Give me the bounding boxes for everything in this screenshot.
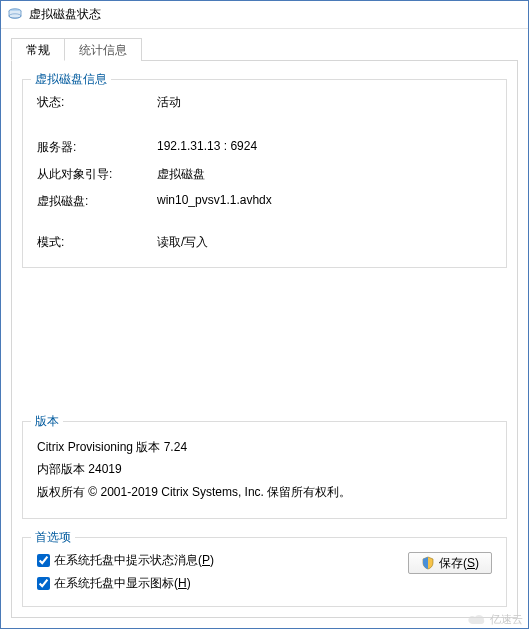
label-status: 状态: (37, 94, 157, 111)
checkbox-tray-icon-input[interactable] (37, 577, 50, 590)
watermark: 亿速云 (466, 612, 523, 627)
version-product: Citrix Provisioning 版本 7.24 (37, 436, 492, 459)
preferences-checkboxes: 在系统托盘中提示状态消息(P) 在系统托盘中显示图标(H) (37, 552, 400, 592)
label-server: 服务器: (37, 139, 157, 156)
version-copyright: 版权所有 © 2001-2019 Citrix Systems, Inc. 保留… (37, 481, 492, 504)
version-build: 内部版本 24019 (37, 458, 492, 481)
group-vdisk-info-title: 虚拟磁盘信息 (31, 71, 111, 88)
checkbox-tray-prompt-input[interactable] (37, 554, 50, 567)
group-version-title: 版本 (31, 413, 63, 430)
value-mode: 读取/写入 (157, 234, 492, 251)
label-vdisk: 虚拟磁盘: (37, 193, 157, 210)
tab-statistics[interactable]: 统计信息 (64, 38, 142, 61)
label-mode: 模式: (37, 234, 157, 251)
titlebar[interactable]: 虚拟磁盘状态 (1, 1, 528, 29)
checkbox-tray-prompt-label: 在系统托盘中提示状态消息(P) (54, 552, 214, 569)
tab-general[interactable]: 常规 (11, 38, 65, 61)
value-vdisk: win10_pvsv1.1.avhdx (157, 193, 492, 210)
value-server: 192.1.31.13 : 6924 (157, 139, 492, 156)
save-button[interactable]: 保存(S) (408, 552, 492, 574)
group-preferences-title: 首选项 (31, 529, 75, 546)
checkbox-tray-prompt[interactable]: 在系统托盘中提示状态消息(P) (37, 552, 400, 569)
group-vdisk-info: 虚拟磁盘信息 状态: 活动 服务器: 192.1.31.13 : 6924 从此… (22, 79, 507, 268)
checkbox-tray-icon[interactable]: 在系统托盘中显示图标(H) (37, 575, 400, 592)
group-version: 版本 Citrix Provisioning 版本 7.24 内部版本 2401… (22, 421, 507, 519)
tab-panel-general: 虚拟磁盘信息 状态: 活动 服务器: 192.1.31.13 : 6924 从此… (11, 61, 518, 618)
value-status: 活动 (157, 94, 492, 111)
app-icon (7, 7, 23, 23)
window-frame: 虚拟磁盘状态 常规 统计信息 虚拟磁盘信息 状态: 活动 服务器: 192.1.… (0, 0, 529, 629)
label-bootfrom: 从此对象引导: (37, 166, 157, 183)
shield-icon (421, 556, 435, 570)
checkbox-tray-icon-label: 在系统托盘中显示图标(H) (54, 575, 191, 592)
window-title: 虚拟磁盘状态 (29, 6, 101, 23)
spacer (22, 280, 507, 403)
tab-strip: 常规 统计信息 (11, 37, 518, 61)
group-preferences: 首选项 在系统托盘中提示状态消息(P) 在系统托盘中显示图标(H) (22, 537, 507, 607)
watermark-text: 亿速云 (490, 612, 523, 627)
client-area: 常规 统计信息 虚拟磁盘信息 状态: 活动 服务器: 192.1.31.13 :… (1, 29, 528, 628)
save-button-label: 保存(S) (439, 555, 479, 572)
value-bootfrom: 虚拟磁盘 (157, 166, 492, 183)
